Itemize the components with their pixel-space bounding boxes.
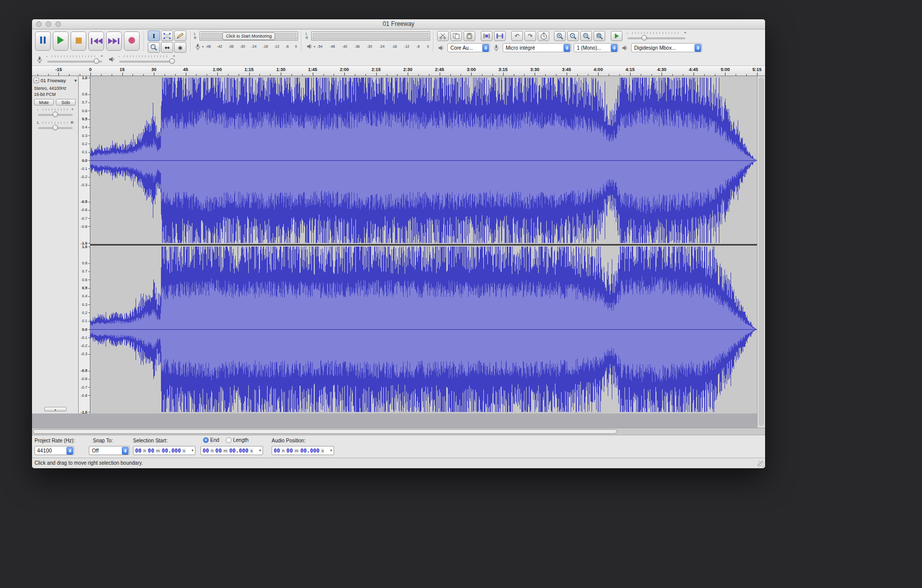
- snap-to-select[interactable]: Off: [89, 446, 129, 455]
- speaker-icon[interactable]: [305, 43, 313, 51]
- skip-to-end-button[interactable]: [106, 31, 122, 51]
- timeline-minor-tick: [746, 74, 747, 76]
- pause-icon: [40, 37, 47, 46]
- audio-host-select[interactable]: Core Au...: [447, 43, 490, 52]
- minimize-button[interactable]: [46, 21, 51, 27]
- pause-button[interactable]: [35, 31, 51, 51]
- timeline-minor-tick: [619, 74, 620, 76]
- zoom-out-button[interactable]: [567, 31, 579, 41]
- recording-channels-select[interactable]: 1 (Mono)...: [574, 43, 618, 52]
- silence-audio-button[interactable]: [494, 31, 506, 41]
- zoom-toolbar: [554, 31, 605, 41]
- slider-marks: - +: [627, 31, 686, 36]
- resize-grip[interactable]: [758, 461, 764, 467]
- project-rate-field[interactable]: 44100: [35, 446, 74, 455]
- slider-thumb[interactable]: [642, 35, 647, 41]
- waveform-left-channel[interactable]: [90, 77, 757, 244]
- vertical-scrollbar[interactable]: [757, 76, 765, 428]
- selection-tool-button[interactable]: I: [148, 30, 160, 41]
- zoom-in-icon: [556, 32, 564, 40]
- stop-button[interactable]: [71, 31, 86, 51]
- undo-button[interactable]: ↶: [511, 31, 523, 41]
- timeline-major-tick: [471, 73, 472, 76]
- vertical-scrollbar-thumb[interactable]: [759, 77, 764, 426]
- waveform-right-channel[interactable]: [90, 246, 757, 413]
- selection-start-time-field[interactable]: 00h 00m 00.000s ▾: [133, 446, 195, 455]
- mic-icon[interactable]: [193, 43, 202, 51]
- vertical-ruler[interactable]: 1.00.80.70.60.50.40.30.20.10.0-0.1-0.2-0…: [79, 76, 90, 413]
- selection-end-time-field[interactable]: 00h 00m 00.000s ▾: [201, 446, 263, 455]
- slider-thumb[interactable]: [93, 58, 99, 64]
- redo-button[interactable]: ↷: [524, 31, 536, 41]
- hours-value: 00: [274, 447, 280, 454]
- envelope-tool-button[interactable]: [161, 30, 173, 41]
- playback-meter-bars[interactable]: [311, 31, 430, 41]
- solo-button[interactable]: Solo: [56, 99, 76, 106]
- meter-scale-label: -12: [404, 45, 409, 48]
- timeline-major-tick: [567, 73, 567, 76]
- slider-marks: - +: [118, 54, 175, 59]
- left-mark: L: [37, 121, 39, 125]
- multi-tool-button[interactable]: ∗: [174, 42, 186, 53]
- output-volume-slider[interactable]: - +: [118, 54, 175, 65]
- gain-slider[interactable]: - +: [37, 108, 74, 119]
- zoom-button[interactable]: [55, 21, 61, 27]
- close-button[interactable]: [36, 21, 42, 27]
- collapse-track-button[interactable]: ▴: [44, 407, 67, 411]
- horizontal-scrollbar-thumb[interactable]: [33, 429, 617, 434]
- amplitude-tick: [88, 177, 90, 178]
- fit-selection-button[interactable]: [580, 31, 592, 41]
- timer-button[interactable]: [538, 31, 549, 41]
- title-bar[interactable]: 01 Freeway: [32, 19, 765, 29]
- play-at-speed-button[interactable]: [611, 31, 622, 41]
- amplitude-tick: [88, 346, 90, 347]
- slider-thumb[interactable]: [53, 125, 58, 130]
- recording-device-select[interactable]: Micro intégré: [503, 43, 571, 52]
- time-shift-tool-button[interactable]: ↔: [161, 42, 173, 53]
- skip-to-start-icon: [90, 38, 103, 44]
- record-button[interactable]: [124, 31, 140, 51]
- trim-audio-button[interactable]: [481, 31, 492, 41]
- track-name[interactable]: 01 Freeway: [41, 78, 73, 83]
- input-volume-slider[interactable]: - +: [46, 54, 103, 65]
- edit-toolbar: ↶ ↷: [437, 31, 538, 41]
- track-menu-arrow-icon[interactable]: ▼: [74, 79, 77, 82]
- amplitude-tick: [88, 304, 90, 305]
- timeline-ruler[interactable]: -1501530451:001:151:301:452:002:152:302:…: [32, 66, 765, 76]
- copy-button[interactable]: [450, 31, 462, 41]
- timeline-major-tick: [154, 73, 154, 76]
- play-button[interactable]: [53, 31, 69, 51]
- pan-slider[interactable]: L R: [37, 121, 74, 132]
- timeline-minor-tick: [355, 74, 355, 76]
- zoom-in-button[interactable]: [554, 31, 566, 41]
- paste-button[interactable]: [464, 31, 475, 41]
- audio-position-time-field[interactable]: 00h 00m 00.000s ▾: [272, 446, 334, 455]
- start-monitoring-button[interactable]: Click to Start Monitoring: [222, 32, 275, 40]
- fit-project-button[interactable]: [594, 31, 605, 41]
- speaker-icon: [621, 44, 629, 52]
- playback-device-select[interactable]: Digidesign Mbox...: [631, 43, 702, 52]
- meter-scale-label: -30: [240, 45, 245, 48]
- zoom-tool-button[interactable]: [148, 42, 160, 53]
- close-track-button[interactable]: ×: [34, 78, 39, 83]
- slider-thumb[interactable]: [170, 58, 175, 64]
- slider-track[interactable]: [119, 61, 174, 62]
- slider-thumb[interactable]: [53, 112, 58, 117]
- waveform-area[interactable]: [90, 76, 757, 413]
- horizontal-scrollbar[interactable]: [32, 428, 765, 435]
- stepper-arrows-icon[interactable]: [67, 447, 73, 455]
- playback-speed-slider[interactable]: - +: [627, 31, 686, 41]
- skip-to-start-button[interactable]: [88, 31, 104, 51]
- end-radio[interactable]: End: [203, 437, 219, 443]
- length-radio[interactable]: Length: [226, 437, 249, 443]
- mute-button[interactable]: Mute: [34, 99, 54, 106]
- timeline-minor-tick: [651, 74, 652, 76]
- cut-button[interactable]: [437, 31, 449, 41]
- slider-track[interactable]: [628, 38, 685, 39]
- recording-meter-bars[interactable]: Click to Start Monitoring: [200, 31, 298, 41]
- timeline-minor-tick: [683, 74, 683, 76]
- right-mark: R: [71, 121, 74, 125]
- draw-tool-button[interactable]: [174, 30, 186, 41]
- seconds-unit: s: [182, 448, 186, 453]
- timeline-major-tick: [725, 73, 726, 76]
